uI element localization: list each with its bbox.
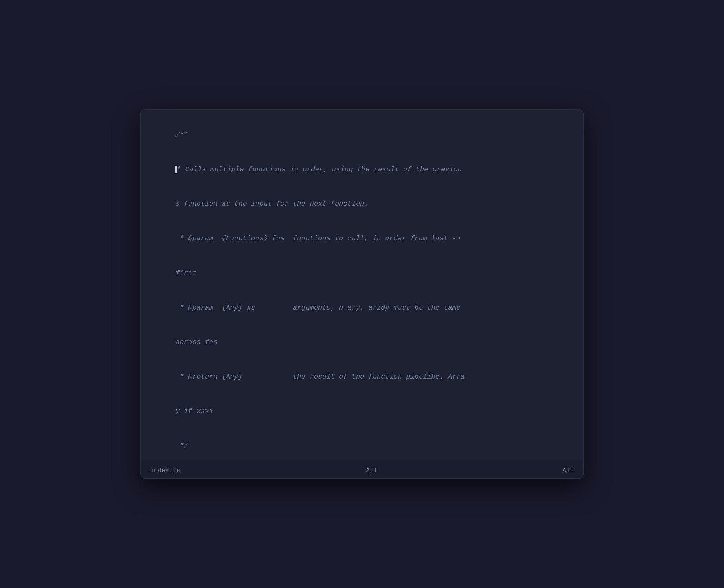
comment-text: across fns	[175, 338, 217, 346]
code-line-8: * @return {Any} the result of the functi…	[150, 360, 574, 394]
comment-text: y if xs>1	[175, 407, 213, 415]
code-line-3: s function as the input for the next fun…	[150, 187, 574, 221]
editor-window: /** * Calls multiple functions in order,…	[140, 109, 584, 479]
code-line-2: * Calls multiple functions in order, usi…	[150, 152, 574, 187]
comment-text: first	[175, 269, 196, 277]
editor-content[interactable]: /** * Calls multiple functions in order,…	[141, 110, 583, 463]
comment-text: */	[175, 442, 188, 450]
code-line-10: */	[150, 429, 574, 463]
comment-text: * @param {Functions} fns functions to ca…	[175, 234, 461, 242]
comment-text: * Calls multiple functions in order, usi…	[177, 165, 462, 173]
comment-text: s function as the input for the next fun…	[175, 200, 368, 208]
code-line-5: first	[150, 256, 574, 291]
code-line-4: * @param {Functions} fns functions to ca…	[150, 221, 574, 256]
status-bar: index.js 2,1 All	[141, 463, 583, 478]
comment-text: * @return {Any} the result of the functi…	[175, 373, 465, 381]
code-line-1: /**	[150, 118, 574, 152]
status-position: 2,1	[366, 467, 377, 474]
status-view: All	[563, 467, 574, 474]
comment-text: * @param {Any} xs arguments, n-ary. arid…	[175, 304, 461, 312]
code-line-9: y if xs>1	[150, 394, 574, 429]
code-line-7: across fns	[150, 325, 574, 360]
status-filename: index.js	[150, 467, 180, 474]
comment-text: /**	[175, 131, 188, 139]
code-line-6: * @param {Any} xs arguments, n-ary. arid…	[150, 291, 574, 325]
